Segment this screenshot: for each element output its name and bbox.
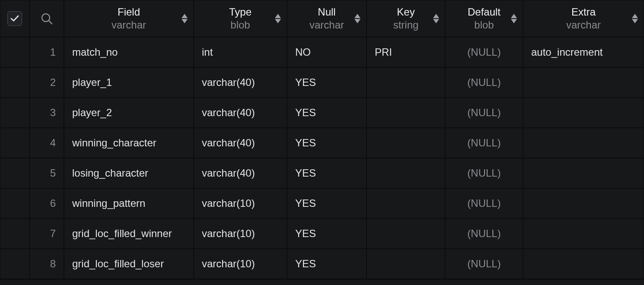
row-select-cell[interactable]: [0, 67, 29, 98]
select-all-checkbox[interactable]: [7, 11, 22, 26]
cell-type[interactable]: varchar(40): [194, 128, 287, 158]
cell-null[interactable]: YES: [287, 98, 367, 128]
row-select-cell[interactable]: [0, 128, 29, 158]
table-row[interactable]: 3player_2varchar(40)YES(NULL): [0, 98, 644, 128]
table-row[interactable]: 8grid_loc_filled_loservarchar(10)YES(NUL…: [0, 249, 644, 279]
row-select-cell[interactable]: [0, 249, 29, 279]
row-number: 8: [29, 249, 64, 279]
cell-extra[interactable]: [523, 188, 644, 218]
column-title: Key: [397, 6, 414, 19]
column-header-null[interactable]: Nullvarchar: [287, 0, 367, 37]
row-select-cell[interactable]: [0, 98, 29, 128]
cell-type[interactable]: varchar(40): [194, 67, 287, 98]
cell-type[interactable]: varchar(40): [194, 98, 287, 128]
column-header-extra[interactable]: Extravarchar: [523, 0, 644, 37]
column-subtype: varchar: [112, 19, 146, 32]
table-row[interactable]: 7grid_loc_filled_winnervarchar(10)YES(NU…: [0, 218, 644, 249]
cell-extra[interactable]: [523, 158, 644, 188]
cell-null[interactable]: YES: [287, 218, 367, 249]
cell-extra[interactable]: [523, 218, 644, 249]
cell-field[interactable]: winning_character: [64, 128, 194, 158]
null-value: (NULL): [467, 107, 501, 119]
column-subtype: varchar: [566, 19, 601, 32]
svg-line-1: [49, 21, 52, 24]
cell-field[interactable]: grid_loc_filled_winner: [64, 218, 194, 249]
cell-null[interactable]: YES: [287, 188, 367, 218]
row-select-cell[interactable]: [0, 218, 29, 249]
cell-field[interactable]: player_1: [64, 67, 194, 98]
cell-null[interactable]: YES: [287, 249, 367, 279]
row-select-cell[interactable]: [0, 158, 29, 188]
sort-arrows-icon: [274, 14, 281, 23]
row-select-cell[interactable]: [0, 188, 29, 218]
column-title: Field: [118, 6, 140, 19]
cell-key_[interactable]: [367, 128, 445, 158]
cell-null[interactable]: YES: [287, 158, 367, 188]
null-value: (NULL): [467, 197, 501, 209]
cell-field[interactable]: player_2: [64, 98, 194, 128]
cell-key_[interactable]: [367, 218, 445, 249]
null-value: (NULL): [467, 46, 501, 58]
cell-default[interactable]: (NULL): [445, 37, 523, 67]
cell-type[interactable]: varchar(10): [194, 188, 287, 218]
cell-default[interactable]: (NULL): [445, 218, 523, 249]
sort-arrows-icon: [510, 14, 517, 23]
row-select-cell[interactable]: [0, 37, 29, 67]
cell-type[interactable]: varchar(10): [194, 218, 287, 249]
cell-key_[interactable]: [367, 98, 445, 128]
column-subtype: varchar: [309, 19, 344, 32]
cell-key_[interactable]: [367, 249, 445, 279]
column-subtype: blob: [230, 19, 250, 32]
column-subtype: string: [393, 19, 419, 32]
column-header-default[interactable]: Defaultblob: [445, 0, 523, 37]
cell-extra[interactable]: [523, 128, 644, 158]
checkmark-icon: [10, 15, 19, 22]
cell-field[interactable]: losing_character: [64, 158, 194, 188]
null-value: (NULL): [467, 137, 501, 149]
cell-null[interactable]: NO: [287, 37, 367, 67]
cell-default[interactable]: (NULL): [445, 67, 523, 98]
cell-extra[interactable]: [523, 67, 644, 98]
table-row[interactable]: 6winning_patternvarchar(10)YES(NULL): [0, 188, 644, 218]
null-value: (NULL): [467, 167, 501, 179]
sort-arrows-icon: [433, 14, 440, 23]
row-number: 3: [29, 98, 64, 128]
cell-key_[interactable]: [367, 67, 445, 98]
cell-extra[interactable]: [523, 249, 644, 279]
table-row[interactable]: 4winning_charactervarchar(40)YES(NULL): [0, 128, 644, 158]
cell-extra[interactable]: auto_increment: [523, 37, 644, 67]
null-value: (NULL): [467, 228, 501, 240]
cell-key_[interactable]: PRI: [367, 37, 445, 67]
table-row[interactable]: 2player_1varchar(40)YES(NULL): [0, 67, 644, 98]
cell-extra[interactable]: [523, 98, 644, 128]
cell-key_[interactable]: [367, 158, 445, 188]
select-all-cell: [0, 0, 29, 37]
table-row[interactable]: 5losing_charactervarchar(40)YES(NULL): [0, 158, 644, 188]
cell-default[interactable]: (NULL): [445, 158, 523, 188]
cell-type[interactable]: varchar(40): [194, 158, 287, 188]
column-title: Type: [229, 6, 252, 19]
cell-key_[interactable]: [367, 188, 445, 218]
cell-null[interactable]: YES: [287, 128, 367, 158]
column-header-type[interactable]: Typeblob: [194, 0, 287, 37]
row-number: 5: [29, 158, 64, 188]
sort-arrows-icon: [181, 14, 188, 23]
cell-null[interactable]: YES: [287, 67, 367, 98]
schema-table: FieldvarcharTypeblobNullvarcharKeystring…: [0, 0, 644, 280]
cell-default[interactable]: (NULL): [445, 249, 523, 279]
cell-default[interactable]: (NULL): [445, 128, 523, 158]
cell-field[interactable]: grid_loc_filled_loser: [64, 249, 194, 279]
cell-field[interactable]: winning_pattern: [64, 188, 194, 218]
column-header-key_[interactable]: Keystring: [367, 0, 445, 37]
cell-type[interactable]: varchar(10): [194, 249, 287, 279]
table-row[interactable]: 1match_nointNOPRI(NULL)auto_increment: [0, 37, 644, 67]
row-number: 7: [29, 218, 64, 249]
cell-default[interactable]: (NULL): [445, 98, 523, 128]
cell-type[interactable]: int: [194, 37, 287, 67]
column-subtype: blob: [474, 19, 494, 32]
cell-field[interactable]: match_no: [64, 37, 194, 67]
cell-default[interactable]: (NULL): [445, 188, 523, 218]
row-number: 4: [29, 128, 64, 158]
column-header-field[interactable]: Fieldvarchar: [64, 0, 194, 37]
search-header-cell[interactable]: [29, 0, 64, 37]
